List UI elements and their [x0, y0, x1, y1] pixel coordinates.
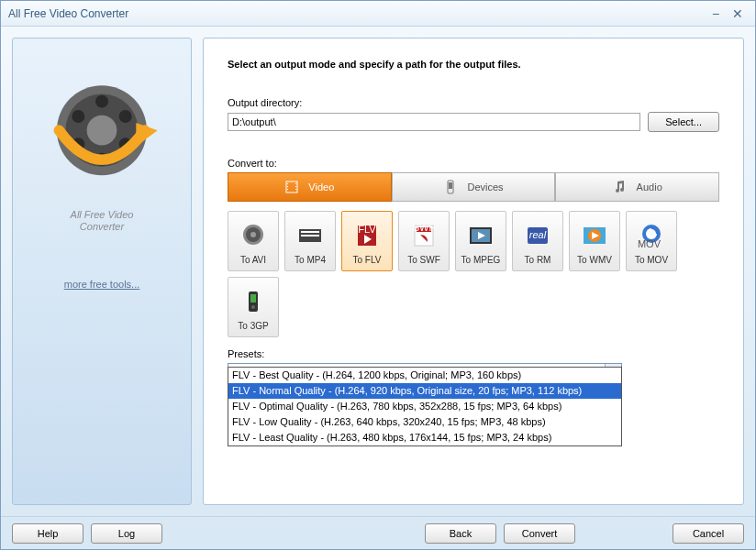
svg-rect-14	[295, 186, 296, 187]
page-heading: Select an output mode and specify a path…	[228, 59, 719, 70]
minimize-button[interactable]: −	[706, 6, 726, 22]
preset-option[interactable]: FLV - Low Quality - (H.263, 640 kbps, 32…	[228, 414, 621, 430]
output-dir-input[interactable]	[228, 113, 640, 131]
tab-devices[interactable]: Devices	[392, 172, 556, 202]
svg-text:FLV: FLV	[358, 224, 376, 235]
mp4-icon	[295, 222, 325, 251]
svg-rect-39	[250, 294, 256, 302]
svg-point-20	[250, 232, 256, 237]
sidebar: All Free Video Converter more free tools…	[12, 38, 192, 505]
format-grid: To AVI To MP4 FLVTo FLV SWFTo SWF To MPE…	[228, 211, 719, 337]
close-button[interactable]: ✕	[728, 6, 748, 22]
app-logo-icon	[38, 72, 166, 200]
convert-button[interactable]: Convert	[504, 523, 575, 544]
preset-option[interactable]: FLV - Normal Quality - (H.264, 920 kbps,…	[228, 383, 621, 399]
svg-point-8	[72, 110, 84, 123]
format-mov[interactable]: MOVTo MOV	[626, 211, 677, 271]
app-window: All Free Video Converter − ✕	[0, 0, 756, 550]
presets-label: Presets:	[228, 348, 719, 359]
svg-rect-17	[449, 182, 452, 189]
preset-option[interactable]: FLV - Least Quality - (H.263, 480 kbps, …	[228, 430, 621, 446]
svg-point-4	[119, 110, 132, 123]
preset-option[interactable]: FLV - Optimal Quality - (H.263, 780 kbps…	[228, 399, 621, 414]
mov-icon: MOV	[637, 222, 666, 251]
back-button[interactable]: Back	[425, 523, 496, 544]
more-tools-link[interactable]: more free tools...	[64, 279, 140, 290]
swf-icon: SWF	[409, 222, 439, 251]
body: All Free Video Converter more free tools…	[1, 27, 755, 516]
svg-rect-12	[287, 189, 288, 190]
3gp-icon	[239, 288, 268, 317]
mpeg-icon	[466, 222, 495, 251]
format-avi[interactable]: To AVI	[228, 211, 279, 271]
svg-text:SWF: SWF	[413, 222, 436, 233]
brand-text: All Free Video Converter	[71, 209, 134, 233]
format-wmv[interactable]: To WMV	[569, 211, 620, 271]
svg-rect-13	[295, 183, 296, 184]
window-title: All Free Video Converter	[8, 7, 704, 20]
tab-video[interactable]: Video	[228, 172, 392, 202]
audio-icon	[613, 180, 628, 194]
footer: Help Log Back Convert Cancel	[1, 516, 755, 549]
svg-rect-22	[301, 231, 319, 233]
cancel-button[interactable]: Cancel	[673, 523, 744, 544]
svg-rect-11	[287, 186, 288, 187]
svg-rect-10	[287, 183, 288, 184]
tab-audio[interactable]: Audio	[555, 172, 719, 202]
flv-icon: FLV	[352, 222, 382, 251]
preset-dropdown: FLV - Best Quality - (H.264, 1200 kbps, …	[228, 367, 622, 446]
svg-text:real: real	[529, 229, 547, 240]
devices-icon	[443, 180, 458, 194]
avi-icon	[239, 222, 268, 251]
svg-text:MOV: MOV	[638, 238, 662, 249]
format-rm[interactable]: realTo RM	[512, 211, 563, 271]
svg-rect-15	[295, 189, 296, 190]
category-tabs: Video Devices Audio	[228, 172, 719, 202]
svg-point-40	[251, 305, 255, 309]
format-mp4[interactable]: To MP4	[284, 211, 336, 271]
format-mpeg[interactable]: To MPEG	[455, 211, 506, 271]
format-3gp[interactable]: To 3GP	[228, 277, 279, 337]
svg-point-2	[87, 116, 117, 146]
svg-rect-23	[301, 235, 319, 236]
format-swf[interactable]: SWFTo SWF	[398, 211, 450, 271]
wmv-icon	[580, 222, 609, 251]
preset-option[interactable]: FLV - Best Quality - (H.264, 1200 kbps, …	[228, 368, 621, 383]
svg-point-3	[95, 95, 108, 108]
select-dir-button[interactable]: Select...	[648, 112, 719, 132]
titlebar: All Free Video Converter − ✕	[1, 1, 755, 27]
format-flv[interactable]: FLVTo FLV	[341, 211, 393, 271]
rm-icon: real	[523, 222, 552, 251]
output-dir-label: Output directory:	[228, 97, 719, 108]
help-button[interactable]: Help	[12, 523, 83, 544]
video-icon	[284, 180, 299, 194]
log-button[interactable]: Log	[91, 523, 162, 544]
main-panel: Select an output mode and specify a path…	[203, 38, 744, 505]
convert-to-label: Convert to:	[228, 158, 719, 169]
